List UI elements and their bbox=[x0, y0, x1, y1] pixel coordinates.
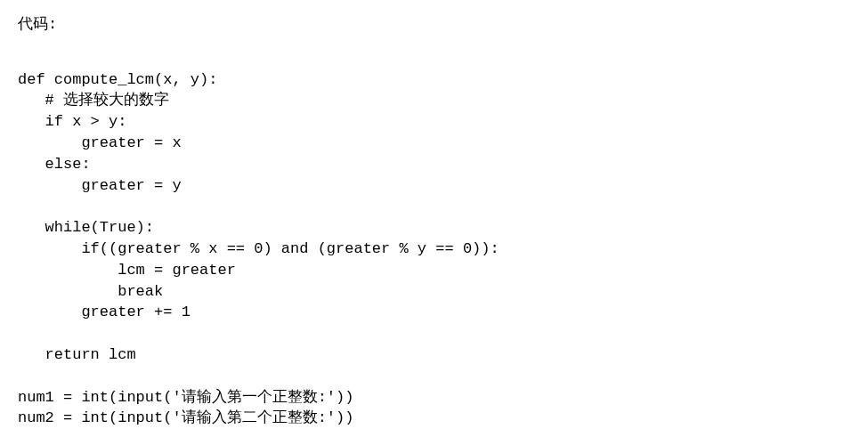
code-line: if((greater % x == 0) and (greater % y =… bbox=[18, 240, 499, 257]
code-line: if x > y: bbox=[18, 113, 126, 130]
code-line: return lcm bbox=[18, 346, 136, 363]
code-block: def compute_lcm(x, y): # 选择较大的数字 if x > … bbox=[18, 48, 850, 445]
code-line: lcm = greater bbox=[18, 262, 236, 279]
code-line: def compute_lcm(x, y): bbox=[18, 71, 217, 88]
code-line: greater += 1 bbox=[18, 303, 191, 320]
code-line: else: bbox=[18, 156, 91, 173]
code-line: break bbox=[18, 283, 163, 300]
code-line: num1 = int(input('请输入第一个正整数:')) bbox=[18, 389, 353, 406]
code-line: while(True): bbox=[18, 219, 154, 236]
code-line: greater = y bbox=[18, 177, 182, 194]
code-line: # 选择较大的数字 bbox=[18, 92, 169, 109]
code-line: num2 = int(input('请输入第二个正整数:')) bbox=[18, 409, 353, 426]
code-heading: 代码: bbox=[18, 14, 850, 36]
code-line: greater = x bbox=[18, 134, 182, 151]
